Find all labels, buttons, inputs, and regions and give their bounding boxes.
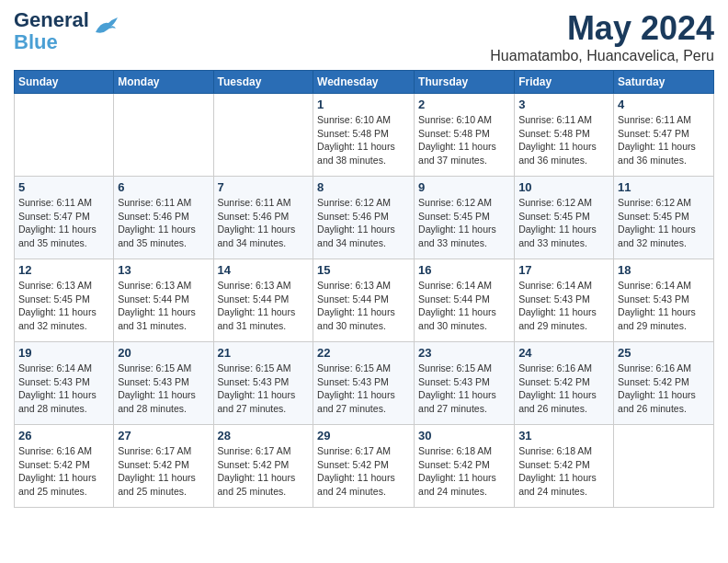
empty-cell [213, 94, 313, 177]
day-cell-23: 23Sunrise: 6:15 AMSunset: 5:43 PMDayligh… [415, 342, 515, 425]
day-info: Sunrise: 6:14 AMSunset: 5:44 PMDaylight:… [418, 279, 510, 333]
day-cell-1: 1Sunrise: 6:10 AMSunset: 5:48 PMDaylight… [313, 94, 415, 177]
day-number: 25 [618, 346, 710, 360]
day-number: 7 [218, 180, 310, 194]
day-cell-9: 9Sunrise: 6:12 AMSunset: 5:45 PMDaylight… [415, 177, 515, 259]
location: Huamatambo, Huancavelica, Peru [490, 48, 714, 64]
day-cell-17: 17Sunrise: 6:14 AMSunset: 5:43 PMDayligh… [515, 259, 614, 342]
week-row-2: 5Sunrise: 6:11 AMSunset: 5:47 PMDaylight… [15, 177, 714, 259]
day-number: 1 [317, 98, 410, 111]
day-number: 19 [18, 346, 109, 360]
day-number: 31 [518, 429, 609, 442]
day-info: Sunrise: 6:13 AMSunset: 5:44 PMDaylight:… [317, 279, 410, 333]
day-cell-21: 21Sunrise: 6:15 AMSunset: 5:43 PMDayligh… [213, 342, 313, 425]
day-cell-31: 31Sunrise: 6:18 AMSunset: 5:42 PMDayligh… [515, 425, 614, 508]
day-info: Sunrise: 6:15 AMSunset: 5:43 PMDaylight:… [218, 362, 310, 416]
empty-cell [614, 425, 714, 508]
day-info: Sunrise: 6:11 AMSunset: 5:46 PMDaylight:… [118, 196, 209, 250]
day-info: Sunrise: 6:14 AMSunset: 5:43 PMDaylight:… [518, 279, 609, 333]
weekday-header-thursday: Thursday [415, 71, 515, 94]
day-number: 29 [317, 429, 410, 442]
day-cell-11: 11Sunrise: 6:12 AMSunset: 5:45 PMDayligh… [614, 177, 714, 259]
day-cell-22: 22Sunrise: 6:15 AMSunset: 5:43 PMDayligh… [313, 342, 415, 425]
day-info: Sunrise: 6:11 AMSunset: 5:48 PMDaylight:… [518, 113, 609, 167]
weekday-header-wednesday: Wednesday [313, 71, 415, 94]
day-number: 23 [418, 346, 510, 360]
day-cell-12: 12Sunrise: 6:13 AMSunset: 5:45 PMDayligh… [15, 259, 114, 342]
day-cell-6: 6Sunrise: 6:11 AMSunset: 5:46 PMDaylight… [114, 177, 213, 259]
day-info: Sunrise: 6:17 AMSunset: 5:42 PMDaylight:… [118, 444, 209, 499]
day-info: Sunrise: 6:12 AMSunset: 5:45 PMDaylight:… [418, 196, 510, 250]
day-cell-2: 2Sunrise: 6:10 AMSunset: 5:48 PMDaylight… [415, 94, 515, 177]
day-number: 17 [518, 263, 609, 277]
day-number: 12 [18, 263, 109, 277]
week-row-5: 26Sunrise: 6:16 AMSunset: 5:42 PMDayligh… [15, 425, 714, 508]
empty-cell [15, 94, 114, 177]
weekday-header-monday: Monday [114, 71, 213, 94]
day-cell-29: 29Sunrise: 6:17 AMSunset: 5:42 PMDayligh… [313, 425, 415, 508]
week-row-3: 12Sunrise: 6:13 AMSunset: 5:45 PMDayligh… [15, 259, 714, 342]
day-number: 24 [518, 346, 609, 360]
day-info: Sunrise: 6:18 AMSunset: 5:42 PMDaylight:… [418, 444, 510, 499]
title-section: May 2024 Huamatambo, Huancavelica, Peru [490, 9, 714, 64]
day-number: 13 [118, 263, 209, 277]
weekday-header-sunday: Sunday [15, 71, 114, 94]
day-number: 8 [317, 180, 410, 194]
day-info: Sunrise: 6:17 AMSunset: 5:42 PMDaylight:… [218, 444, 310, 499]
day-number: 14 [218, 263, 310, 277]
day-number: 4 [618, 98, 710, 111]
weekday-header-row: SundayMondayTuesdayWednesdayThursdayFrid… [15, 71, 714, 94]
month-title: May 2024 [490, 9, 714, 48]
day-cell-5: 5Sunrise: 6:11 AMSunset: 5:47 PMDaylight… [15, 177, 114, 259]
day-cell-13: 13Sunrise: 6:13 AMSunset: 5:44 PMDayligh… [114, 259, 213, 342]
day-number: 2 [418, 98, 510, 111]
day-info: Sunrise: 6:15 AMSunset: 5:43 PMDaylight:… [317, 362, 410, 416]
day-info: Sunrise: 6:17 AMSunset: 5:42 PMDaylight:… [317, 444, 410, 499]
weekday-header-saturday: Saturday [614, 71, 714, 94]
day-number: 30 [418, 429, 510, 442]
day-info: Sunrise: 6:14 AMSunset: 5:43 PMDaylight:… [18, 362, 109, 416]
day-number: 20 [118, 346, 209, 360]
logo: General Blue [14, 9, 119, 53]
day-info: Sunrise: 6:13 AMSunset: 5:44 PMDaylight:… [218, 279, 310, 333]
logo-bird-icon [94, 16, 119, 40]
day-info: Sunrise: 6:12 AMSunset: 5:46 PMDaylight:… [317, 196, 410, 250]
day-cell-16: 16Sunrise: 6:14 AMSunset: 5:44 PMDayligh… [415, 259, 515, 342]
weekday-header-friday: Friday [515, 71, 614, 94]
week-row-1: 1Sunrise: 6:10 AMSunset: 5:48 PMDaylight… [15, 94, 714, 177]
day-cell-10: 10Sunrise: 6:12 AMSunset: 5:45 PMDayligh… [515, 177, 614, 259]
day-info: Sunrise: 6:12 AMSunset: 5:45 PMDaylight:… [518, 196, 609, 250]
day-info: Sunrise: 6:16 AMSunset: 5:42 PMDaylight:… [18, 444, 109, 499]
day-info: Sunrise: 6:12 AMSunset: 5:45 PMDaylight:… [618, 196, 710, 250]
day-number: 15 [317, 263, 410, 277]
day-info: Sunrise: 6:11 AMSunset: 5:47 PMDaylight:… [618, 113, 710, 167]
day-number: 27 [118, 429, 209, 442]
day-info: Sunrise: 6:15 AMSunset: 5:43 PMDaylight:… [118, 362, 209, 416]
day-number: 22 [317, 346, 410, 360]
day-info: Sunrise: 6:11 AMSunset: 5:47 PMDaylight:… [18, 196, 109, 250]
day-number: 26 [18, 429, 109, 442]
day-number: 6 [118, 180, 209, 194]
day-cell-28: 28Sunrise: 6:17 AMSunset: 5:42 PMDayligh… [213, 425, 313, 508]
day-cell-30: 30Sunrise: 6:18 AMSunset: 5:42 PMDayligh… [415, 425, 515, 508]
day-cell-24: 24Sunrise: 6:16 AMSunset: 5:42 PMDayligh… [515, 342, 614, 425]
page-header: General Blue May 2024 Huamatambo, Huanca… [14, 9, 714, 64]
day-info: Sunrise: 6:10 AMSunset: 5:48 PMDaylight:… [317, 113, 410, 167]
day-cell-27: 27Sunrise: 6:17 AMSunset: 5:42 PMDayligh… [114, 425, 213, 508]
day-cell-25: 25Sunrise: 6:16 AMSunset: 5:42 PMDayligh… [614, 342, 714, 425]
day-info: Sunrise: 6:15 AMSunset: 5:43 PMDaylight:… [418, 362, 510, 416]
day-cell-3: 3Sunrise: 6:11 AMSunset: 5:48 PMDaylight… [515, 94, 614, 177]
day-number: 11 [618, 180, 710, 194]
logo-general: General [14, 9, 89, 31]
day-number: 21 [218, 346, 310, 360]
day-cell-4: 4Sunrise: 6:11 AMSunset: 5:47 PMDaylight… [614, 94, 714, 177]
day-cell-8: 8Sunrise: 6:12 AMSunset: 5:46 PMDaylight… [313, 177, 415, 259]
week-row-4: 19Sunrise: 6:14 AMSunset: 5:43 PMDayligh… [15, 342, 714, 425]
day-cell-18: 18Sunrise: 6:14 AMSunset: 5:43 PMDayligh… [614, 259, 714, 342]
day-info: Sunrise: 6:16 AMSunset: 5:42 PMDaylight:… [518, 362, 609, 416]
day-number: 10 [518, 180, 609, 194]
weekday-header-tuesday: Tuesday [213, 71, 313, 94]
day-cell-26: 26Sunrise: 6:16 AMSunset: 5:42 PMDayligh… [15, 425, 114, 508]
calendar-table: SundayMondayTuesdayWednesdayThursdayFrid… [14, 70, 714, 508]
day-number: 9 [418, 180, 510, 194]
